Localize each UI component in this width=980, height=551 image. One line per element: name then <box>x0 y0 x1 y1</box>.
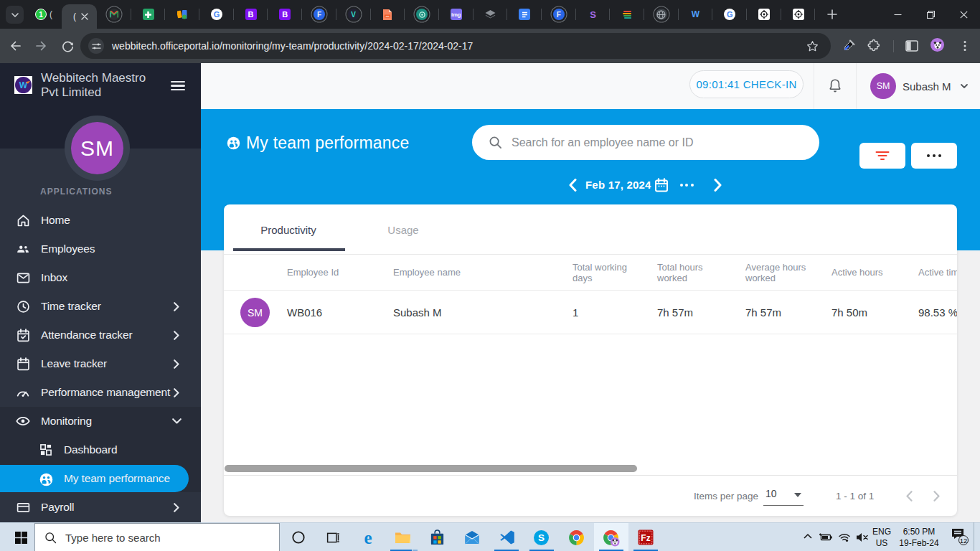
browser-profile-avatar[interactable] <box>930 38 944 52</box>
new-tab-button[interactable] <box>824 6 841 23</box>
browser-tab[interactable]: 1( <box>26 0 62 29</box>
browser-tab[interactable] <box>747 0 781 29</box>
sidebar-item-dashboard[interactable]: Dashboard <box>0 435 201 464</box>
eyedropper-icon <box>842 39 856 53</box>
sidebar-item-label: Employees <box>41 242 95 255</box>
browser-tab[interactable] <box>644 0 679 29</box>
browser-tab[interactable]: img <box>439 0 473 29</box>
browser-tab[interactable]: B <box>268 0 302 29</box>
browser-tab[interactable] <box>131 0 166 29</box>
checkin-button[interactable]: 09:01:41 CHECK-IN <box>689 70 804 98</box>
app-topbar: 09:01:41 CHECK-IN SM Subash M <box>201 63 980 109</box>
back-button[interactable] <box>7 37 24 55</box>
sidebar-item-monitoring[interactable]: Monitoring <box>0 407 201 435</box>
toolbar-separator <box>893 40 894 52</box>
previous-page-button[interactable] <box>900 487 918 504</box>
browser-tab[interactable] <box>781 0 816 29</box>
sidebar-item-payroll[interactable]: Payroll <box>0 493 201 522</box>
browser-tab-active[interactable]: ( <box>62 4 97 29</box>
more-options-button[interactable] <box>911 143 957 169</box>
f-circle-favicon: F <box>314 9 325 20</box>
tab-productivity[interactable]: Productivity <box>231 204 346 255</box>
browser-tab[interactable]: F <box>542 0 576 29</box>
site-settings-icon[interactable] <box>88 38 104 54</box>
google-favicon: G <box>724 9 735 20</box>
horizontal-scrollbar[interactable] <box>225 465 637 472</box>
filter-button[interactable] <box>859 143 905 169</box>
active-tab-indicator <box>233 248 345 251</box>
items-per-page-label: Items per page <box>694 491 758 501</box>
date-label[interactable]: Feb 17, 2024 <box>585 176 651 194</box>
volume-indicator[interactable] <box>855 531 868 544</box>
chevron-down-icon <box>11 11 19 19</box>
reload-button[interactable] <box>59 37 76 55</box>
sidebar-item-employees[interactable]: Employees <box>0 235 201 263</box>
bell-icon <box>826 77 844 95</box>
browser-tab[interactable]: G <box>712 0 747 29</box>
show-desktop-button[interactable] <box>974 522 974 551</box>
bookmark-star-icon[interactable] <box>806 40 819 52</box>
sidebar-item-home[interactable]: Home <box>0 206 201 235</box>
previous-date-button[interactable] <box>565 176 580 194</box>
filter-icon <box>876 151 890 161</box>
next-page-button[interactable] <box>928 487 945 504</box>
restore-icon <box>927 11 935 19</box>
sidebar-toggle-button[interactable] <box>171 81 185 90</box>
browser-tab[interactable] <box>371 0 405 29</box>
color-picker-extension-button[interactable] <box>841 38 857 54</box>
user-avatar-large[interactable]: SM <box>71 122 123 174</box>
side-panel-button[interactable] <box>904 38 920 54</box>
tab-close-icon[interactable] <box>81 13 88 20</box>
close-button[interactable] <box>947 0 980 29</box>
maximize-button[interactable] <box>914 0 947 29</box>
sidebar-item-performance-management[interactable]: Performance management <box>0 378 201 407</box>
v-circle-favicon: V <box>348 9 359 20</box>
people-icon <box>15 241 31 257</box>
user-menu[interactable]: SM Subash M <box>870 72 969 100</box>
window-controls <box>881 0 980 29</box>
target-favicon <box>758 9 770 20</box>
tab-usage[interactable]: Usage <box>346 204 461 255</box>
sidebar-item-my-team-performance[interactable]: My team performance <box>0 465 189 492</box>
forward-button[interactable] <box>32 37 50 55</box>
next-date-button[interactable] <box>710 176 725 194</box>
address-bar[interactable]: webbitech.officeportal.io/monitoring/my-… <box>80 33 831 59</box>
browser-tab[interactable] <box>165 0 199 29</box>
clock[interactable]: 6:50 PM 19-Feb-24 <box>895 526 943 549</box>
network-indicator[interactable] <box>838 531 851 544</box>
date-more-options-button[interactable] <box>680 176 694 194</box>
home-icon <box>15 212 31 228</box>
sidebar-item-time-tracker[interactable]: Time tracker <box>0 292 201 321</box>
performance-card: Productivity Usage Employee IdEmployee n… <box>224 204 957 516</box>
sidebar-item-attendance-tracker[interactable]: Attendance tracker <box>0 321 201 349</box>
sidebar-item-leave-tracker[interactable]: Leave tracker <box>0 349 201 378</box>
employee-search-input[interactable] <box>512 136 784 149</box>
browser-tab[interactable] <box>405 0 439 29</box>
browser-tab[interactable]: B <box>234 0 268 29</box>
browser-tab[interactable]: W <box>679 0 713 29</box>
table-row[interactable]: SM WB016Subash M17h 57m7h 57m7h 50m98.53… <box>224 291 957 334</box>
items-per-page-select[interactable]: 10 <box>763 484 804 506</box>
minimize-button[interactable] <box>881 0 914 29</box>
browser-tab[interactable]: S <box>576 0 611 29</box>
tray-expand-button[interactable] <box>802 531 815 544</box>
battery-indicator[interactable] <box>819 531 831 544</box>
calendar-icon[interactable] <box>654 178 669 192</box>
notifications-button[interactable] <box>826 77 844 95</box>
browser-tab[interactable] <box>507 0 542 29</box>
language-indicator[interactable]: ENG US <box>872 526 891 549</box>
sidebar-item-inbox[interactable]: Inbox <box>0 263 201 292</box>
browser-menu-button[interactable] <box>957 38 973 54</box>
browser-tab[interactable] <box>610 0 644 29</box>
browser-tab[interactable] <box>97 0 131 29</box>
google-favicon: G <box>211 9 222 20</box>
url-text[interactable]: webbitech.officeportal.io/monitoring/my-… <box>112 33 473 59</box>
browser-tab[interactable]: F <box>302 0 336 29</box>
extensions-button[interactable] <box>866 38 882 54</box>
sheets-favicon <box>143 9 154 20</box>
browser-tab[interactable]: V <box>336 0 371 29</box>
browser-tab[interactable]: G <box>199 0 234 29</box>
browser-tab[interactable] <box>473 0 508 29</box>
tab-search-button[interactable] <box>6 6 24 24</box>
applications-section-label: APPLICATIONS <box>40 187 112 197</box>
